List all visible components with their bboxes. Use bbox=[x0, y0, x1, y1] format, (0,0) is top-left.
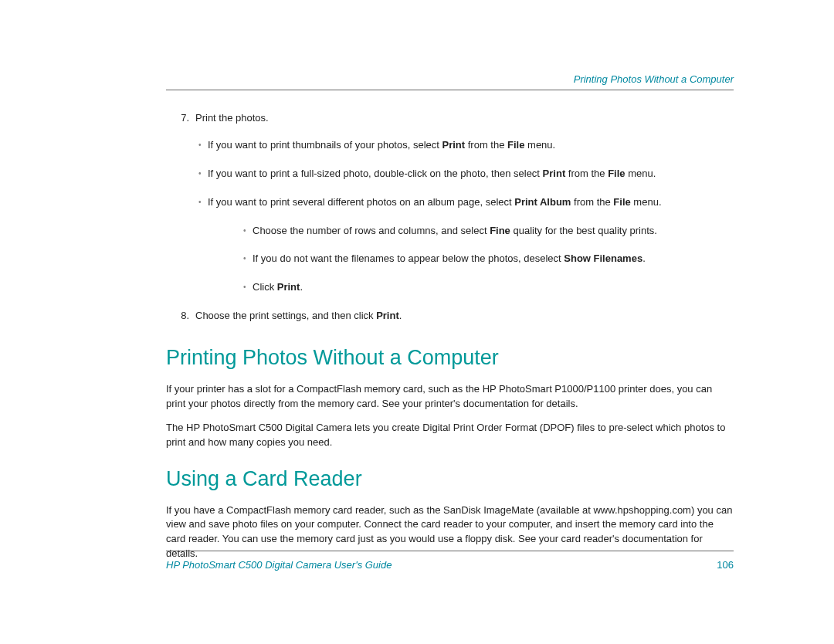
bullet-text: Click Print. bbox=[253, 281, 734, 294]
page-header: Printing Photos Without a Computer bbox=[166, 73, 734, 90]
bullet-icon: • bbox=[243, 253, 253, 266]
list-number: 8. bbox=[174, 310, 195, 323]
page-footer: HP PhotoSmart C500 Digital Camera User's… bbox=[166, 551, 734, 571]
paragraph: The HP PhotoSmart C500 Digital Camera le… bbox=[166, 421, 734, 450]
list-text: Print the photos. bbox=[195, 112, 734, 125]
bullet-text: If you do not want the filenames to appe… bbox=[253, 253, 734, 266]
list-item: • If you want to print several different… bbox=[198, 196, 734, 209]
ordered-list: 7. Print the photos. • If you want to pr… bbox=[174, 112, 734, 323]
bullet-text: If you want to print thumbnails of your … bbox=[208, 139, 734, 152]
list-item-7: 7. Print the photos. bbox=[174, 112, 734, 125]
header-section-title: Printing Photos Without a Computer bbox=[574, 73, 734, 85]
bullet-icon: • bbox=[198, 168, 208, 181]
list-number: 7. bbox=[174, 112, 195, 125]
section-heading-a: Printing Photos Without a Computer bbox=[166, 346, 734, 370]
bullet-icon: • bbox=[198, 196, 208, 209]
sub-bullet-list: • Choose the number of rows and columns,… bbox=[243, 225, 734, 295]
section-heading-b: Using a Card Reader bbox=[166, 467, 734, 491]
bullet-list: • If you want to print thumbnails of you… bbox=[198, 139, 734, 294]
bullet-text: Choose the number of rows and columns, a… bbox=[253, 225, 734, 238]
list-item: • Choose the number of rows and columns,… bbox=[243, 225, 734, 238]
list-item: • If you want to print thumbnails of you… bbox=[198, 139, 734, 152]
bullet-text: If you want to print a full-sized photo,… bbox=[208, 168, 734, 181]
bullet-icon: • bbox=[243, 281, 253, 294]
document-page: Printing Photos Without a Computer 7. Pr… bbox=[0, 0, 834, 644]
page-number: 106 bbox=[717, 559, 734, 571]
footer-guide-title: HP PhotoSmart C500 Digital Camera User's… bbox=[166, 559, 392, 571]
list-item-8: 8. Choose the print settings, and then c… bbox=[174, 310, 734, 323]
bullet-icon: • bbox=[198, 139, 208, 152]
paragraph: If your printer has a slot for a Compact… bbox=[166, 382, 734, 412]
bullet-icon: • bbox=[243, 225, 253, 238]
list-item: • If you want to print a full-sized phot… bbox=[198, 168, 734, 181]
list-item: • Click Print. bbox=[243, 281, 734, 294]
list-text: Choose the print settings, and then clic… bbox=[195, 310, 734, 323]
list-item: • If you do not want the filenames to ap… bbox=[243, 253, 734, 266]
bullet-text: If you want to print several different p… bbox=[208, 196, 734, 209]
